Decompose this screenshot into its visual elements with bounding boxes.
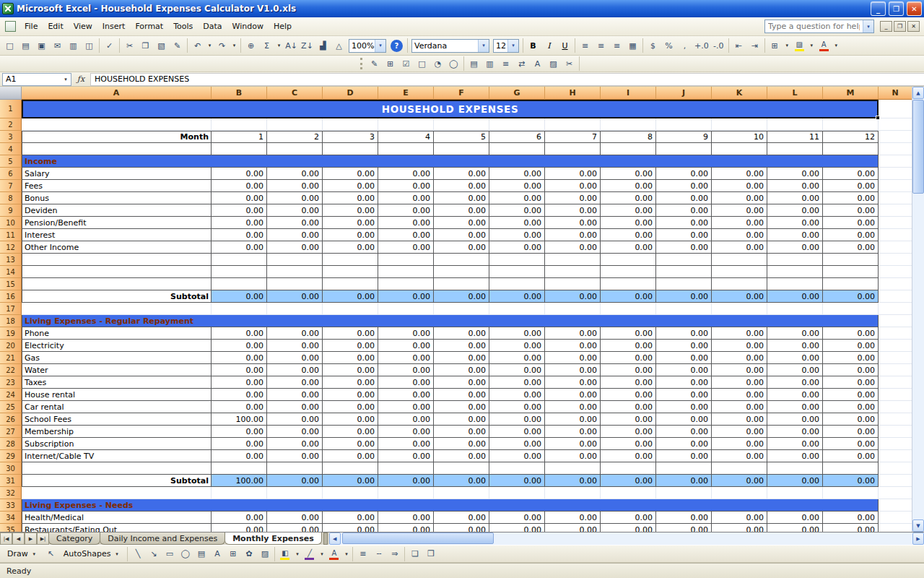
- cell-D27[interactable]: 0.00: [323, 426, 378, 438]
- cell-F16[interactable]: 0.00: [434, 290, 489, 303]
- cell-L7[interactable]: 0.00: [767, 180, 823, 192]
- cell-B25[interactable]: 0.00: [212, 401, 267, 413]
- row-header-11[interactable]: 11: [0, 229, 22, 241]
- row-header-30[interactable]: 30: [0, 462, 22, 475]
- cell-N33[interactable]: [879, 499, 912, 512]
- cell-N7[interactable]: [879, 180, 912, 192]
- cell-F21[interactable]: 0.00: [434, 352, 489, 364]
- cell-H24[interactable]: 0.00: [545, 389, 601, 401]
- cell-F28[interactable]: 0.00: [434, 438, 489, 450]
- cell-F30[interactable]: [434, 462, 489, 475]
- undo-dropdown[interactable]: ▾: [206, 38, 214, 53]
- cell-M27[interactable]: 0.00: [823, 426, 879, 438]
- fill-color-icon[interactable]: ▨: [792, 38, 807, 53]
- cell-K8[interactable]: 0.00: [712, 192, 767, 204]
- cell-E15[interactable]: [378, 278, 434, 290]
- cell-K2[interactable]: [712, 118, 767, 131]
- cell-N20[interactable]: [879, 340, 912, 352]
- row-header-34[interactable]: 34: [0, 512, 22, 524]
- cell-J13[interactable]: [656, 254, 712, 266]
- cell-D17[interactable]: [323, 303, 378, 315]
- cell-H19[interactable]: 0.00: [545, 327, 601, 340]
- cell-I11[interactable]: 0.00: [601, 229, 656, 241]
- cell-A7[interactable]: Fees: [22, 180, 212, 192]
- sheet-tab-daily-income-and-expenses[interactable]: Daily Income and Expenses: [100, 532, 225, 545]
- cell-K32[interactable]: [712, 487, 767, 499]
- cell-M21[interactable]: 0.00: [823, 352, 879, 364]
- cell-G9[interactable]: 0.00: [489, 204, 545, 217]
- cell-N12[interactable]: [879, 241, 912, 254]
- cell-B27[interactable]: 0.00: [212, 426, 267, 438]
- custom-tool-grid-icon[interactable]: ⊞: [383, 56, 398, 72]
- bold-button[interactable]: B: [526, 38, 541, 53]
- font-color-icon[interactable]: A: [816, 38, 832, 53]
- section-header-cell[interactable]: Income: [22, 155, 879, 168]
- menu-edit[interactable]: Edit: [43, 19, 68, 34]
- cell-C27[interactable]: 0.00: [267, 426, 323, 438]
- cell-F3[interactable]: 5: [434, 131, 489, 143]
- cell-F23[interactable]: 0.00: [434, 376, 489, 389]
- spelling-icon[interactable]: ✓: [102, 38, 117, 53]
- underline-button[interactable]: U: [557, 38, 572, 53]
- font-color-dropdown[interactable]: ▾: [342, 546, 350, 561]
- cell-L6[interactable]: 0.00: [767, 168, 823, 180]
- cell-G32[interactable]: [489, 487, 545, 499]
- cell-A12[interactable]: Other Income: [22, 241, 212, 254]
- cell-B19[interactable]: 0.00: [212, 327, 267, 340]
- line-color-icon[interactable]: ╱: [302, 546, 317, 561]
- line-icon[interactable]: ╲: [130, 546, 145, 561]
- cell-C21[interactable]: 0.00: [267, 352, 323, 364]
- cell-G13[interactable]: [489, 254, 545, 266]
- borders-icon[interactable]: ⊞: [767, 38, 783, 53]
- cell-B4[interactable]: [212, 143, 267, 155]
- cell-D9[interactable]: 0.00: [323, 204, 378, 217]
- cell-K24[interactable]: 0.00: [712, 389, 767, 401]
- cell-A21[interactable]: Gas: [22, 352, 212, 364]
- cell-G6[interactable]: 0.00: [489, 168, 545, 180]
- minimize-button[interactable]: _: [871, 1, 886, 16]
- row-header-10[interactable]: 10: [0, 217, 22, 229]
- cell-J34[interactable]: 0.00: [656, 512, 712, 524]
- cell-B11[interactable]: 0.00: [212, 229, 267, 241]
- print-icon[interactable]: ▥: [66, 38, 81, 53]
- cell-H35[interactable]: 0.00: [545, 524, 601, 532]
- cell-N15[interactable]: [879, 278, 912, 290]
- cell-K17[interactable]: [712, 303, 767, 315]
- cell-C4[interactable]: [267, 143, 323, 155]
- workbook-restore-button[interactable]: ❐: [894, 21, 906, 32]
- cell-G7[interactable]: 0.00: [489, 180, 545, 192]
- cell-K27[interactable]: 0.00: [712, 426, 767, 438]
- cell-D25[interactable]: 0.00: [323, 401, 378, 413]
- cell-N13[interactable]: [879, 254, 912, 266]
- cell-L30[interactable]: [767, 462, 823, 475]
- arrow-style-icon[interactable]: ⇒: [387, 546, 402, 561]
- italic-button[interactable]: I: [541, 38, 557, 53]
- cell-F12[interactable]: 0.00: [434, 241, 489, 254]
- decrease-decimal-icon[interactable]: -.0: [711, 38, 726, 53]
- row-header-35[interactable]: 35: [0, 524, 22, 532]
- cell-K25[interactable]: 0.00: [712, 401, 767, 413]
- row-header-9[interactable]: 9: [0, 204, 22, 217]
- cell-A13[interactable]: [22, 254, 212, 266]
- cell-E21[interactable]: 0.00: [378, 352, 434, 364]
- cell-L2[interactable]: [767, 118, 823, 131]
- cell-N8[interactable]: [879, 192, 912, 204]
- cell-J21[interactable]: 0.00: [656, 352, 712, 364]
- cell-I31[interactable]: 0.00: [601, 475, 656, 487]
- cell-D19[interactable]: 0.00: [323, 327, 378, 340]
- cell-A3[interactable]: Month: [22, 131, 212, 143]
- cell-E28[interactable]: 0.00: [378, 438, 434, 450]
- menu-data[interactable]: Data: [198, 19, 227, 34]
- cell-I25[interactable]: 0.00: [601, 401, 656, 413]
- cell-A8[interactable]: Bonus: [22, 192, 212, 204]
- cell-A35[interactable]: Restaurants/Eating Out: [22, 524, 212, 532]
- cell-D8[interactable]: 0.00: [323, 192, 378, 204]
- merge-center-icon[interactable]: ▦: [625, 38, 640, 53]
- cell-H14[interactable]: [545, 266, 601, 278]
- cell-G26[interactable]: 0.00: [489, 413, 545, 426]
- select-all-corner[interactable]: [0, 87, 22, 100]
- cell-M24[interactable]: 0.00: [823, 389, 879, 401]
- cell-I4[interactable]: [601, 143, 656, 155]
- scroll-down-button[interactable]: ▼: [912, 519, 924, 532]
- cell-N5[interactable]: [879, 155, 912, 168]
